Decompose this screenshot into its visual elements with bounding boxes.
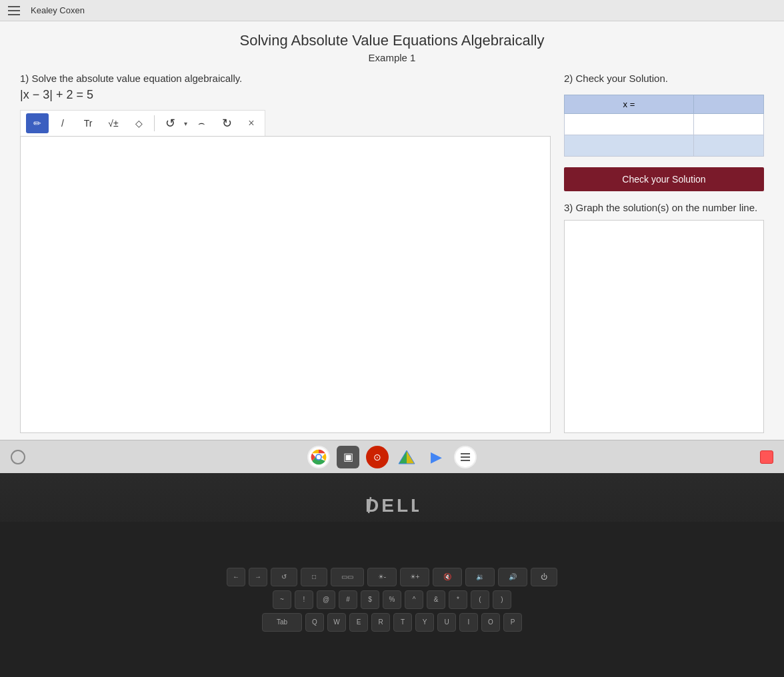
two-column-layout: 1) Solve the absolute value equation alg… [20, 73, 764, 433]
svg-text:DELL: DELL [365, 495, 419, 516]
key-e[interactable]: E [349, 613, 368, 632]
curve-button[interactable]: ⌢ [190, 113, 213, 133]
key-2[interactable]: @ [317, 590, 335, 609]
laptop-body: DELL ← → ↺ □ ▭▭ ☀- ☀+ 🔇 🔉 🔊 ⏻ ~ ! @ # $ … [0, 473, 784, 677]
equation: |x − 3| + 2 = 5 [20, 88, 551, 102]
key-6[interactable]: ^ [405, 590, 423, 609]
problem-text: 1) Solve the absolute value equation alg… [20, 73, 551, 84]
taskbar-circle[interactable] [11, 450, 25, 464]
table-cell-2[interactable] [693, 114, 763, 135]
key-q[interactable]: Q [305, 613, 324, 632]
key-vol-up[interactable]: 🔊 [498, 568, 527, 586]
key-multi-screen[interactable]: ▭▭ [331, 568, 364, 586]
keyboard-row-2: ~ ! @ # $ % ^ & * ( ) [273, 590, 511, 609]
eraser-tool-button[interactable]: ◇ [127, 113, 150, 133]
table-cell-3[interactable] [565, 135, 694, 157]
key-r[interactable]: R [371, 613, 390, 632]
keyboard: ← → ↺ □ ▭▭ ☀- ☀+ 🔇 🔉 🔊 ⏻ ~ ! @ # $ % ^ &… [0, 522, 784, 677]
main-content: Solving Absolute Value Equations Algebra… [0, 21, 784, 440]
key-right-arrow[interactable]: → [249, 568, 267, 586]
key-brightness-up[interactable]: ☀+ [400, 568, 429, 586]
screen-cast-icon[interactable]: ▣ [337, 446, 359, 468]
keyboard-row-3: Tab Q W E R T Y U I O P [262, 613, 522, 632]
screen-taskbar: ▣ ⊙ ▶ [0, 440, 784, 473]
key-lock[interactable]: ⏻ [531, 568, 557, 586]
solution-table: x = [564, 95, 764, 157]
check-solution-button[interactable]: Check your Solution [564, 167, 764, 191]
key-tab[interactable]: Tab [262, 613, 302, 632]
key-refresh[interactable]: ↺ [271, 568, 297, 586]
key-u[interactable]: U [437, 613, 456, 632]
table-header-empty [693, 95, 763, 114]
key-left-arrow[interactable]: ← [227, 568, 245, 586]
top-bar: Kealey Coxen [0, 0, 784, 21]
key-o[interactable]: O [481, 613, 500, 632]
user-name: Kealey Coxen [31, 5, 85, 15]
key-vol-down[interactable]: 🔉 [465, 568, 495, 586]
svg-point-2 [317, 454, 321, 459]
key-w[interactable]: W [327, 613, 346, 632]
key-square[interactable]: □ [301, 568, 327, 586]
text-tool-button[interactable]: Tr [77, 113, 99, 133]
menu-icon[interactable] [8, 6, 20, 15]
key-3[interactable]: # [339, 590, 357, 609]
key-7[interactable]: & [427, 590, 445, 609]
drawing-toolbar: ✏ / Tr √± ◇ ↺ ▾ ⌢ ↻ × [20, 110, 265, 136]
check-solution-title: 2) Check your Solution. [564, 73, 764, 84]
key-t[interactable]: T [393, 613, 412, 632]
pen-tool-button[interactable]: ✏ [26, 113, 49, 133]
graph-section-title: 3) Graph the solution(s) on the number l… [564, 202, 764, 213]
page-title: Solving Absolute Value Equations Algebra… [20, 32, 764, 49]
close-button[interactable]: × [243, 115, 259, 131]
dell-logo: DELL [365, 493, 419, 522]
drawing-canvas[interactable] [20, 136, 551, 433]
key-i[interactable]: I [459, 613, 478, 632]
graph-canvas[interactable] [564, 220, 764, 433]
redo-button[interactable]: ↻ [215, 113, 238, 133]
key-9[interactable]: ( [471, 590, 489, 609]
math-tool-button[interactable]: √± [102, 113, 125, 133]
key-vol-mute[interactable]: 🔇 [433, 568, 462, 586]
line-tool-button[interactable]: / [51, 113, 74, 133]
key-tilde[interactable]: ~ [273, 590, 291, 609]
key-y[interactable]: Y [415, 613, 434, 632]
table-cell-4[interactable] [693, 135, 763, 157]
key-4[interactable]: $ [361, 590, 379, 609]
left-column: 1) Solve the absolute value equation alg… [20, 73, 551, 433]
key-1[interactable]: ! [295, 590, 313, 609]
example-label: Example 1 [20, 52, 764, 63]
keyboard-row-1: ← → ↺ □ ▭▭ ☀- ☀+ 🔇 🔉 🔊 ⏻ [227, 568, 557, 586]
notification-square[interactable] [760, 450, 773, 464]
undo-button[interactable]: ↺ [159, 113, 181, 133]
table-header-x: x = [565, 95, 694, 114]
key-0[interactable]: ) [493, 590, 511, 609]
play-store-icon[interactable]: ▶ [425, 446, 447, 468]
taskbar-right-square [760, 450, 773, 464]
table-cell-1[interactable] [565, 114, 694, 135]
key-p[interactable]: P [503, 613, 522, 632]
drive-icon[interactable] [395, 446, 418, 468]
key-8[interactable]: * [449, 590, 467, 609]
toolbar-divider [154, 115, 155, 131]
right-column: 2) Check your Solution. x = [564, 73, 764, 433]
chrome-icon[interactable] [307, 446, 330, 468]
menu-lines-icon[interactable] [454, 446, 477, 468]
key-brightness-down[interactable]: ☀- [367, 568, 397, 586]
key-5[interactable]: % [383, 590, 401, 609]
dropdown-arrow[interactable]: ▾ [184, 120, 187, 127]
vpn-icon[interactable]: ⊙ [366, 446, 389, 468]
